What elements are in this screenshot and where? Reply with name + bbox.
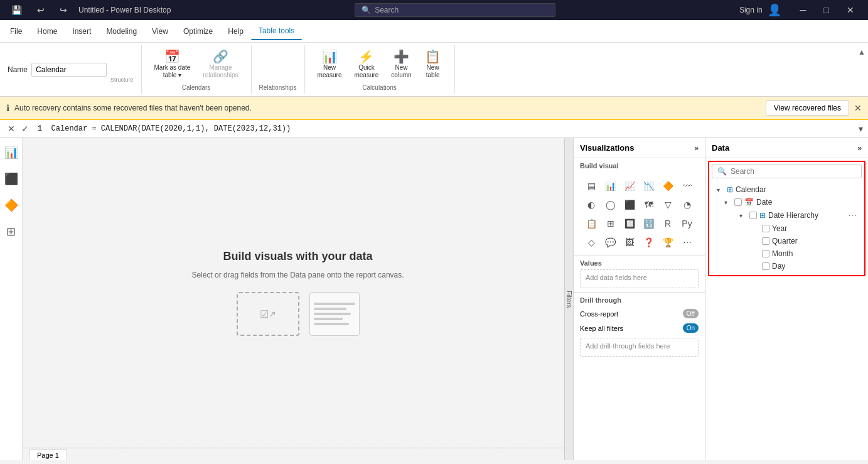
redo-button[interactable]: ↪ — [53, 3, 73, 18]
keep-filters-toggle: Keep all filters On — [580, 321, 699, 335]
title-search-box[interactable]: 🔍 Search — [355, 3, 555, 17]
filters-sidebar[interactable]: Filters — [564, 138, 573, 460]
viz-donut-icon[interactable]: ◯ — [602, 196, 619, 213]
date-checkbox[interactable] — [734, 198, 742, 206]
viz-kpi-icon[interactable]: 🔢 — [640, 215, 658, 232]
year-checkbox[interactable] — [762, 225, 769, 232]
new-measure-button[interactable]: 📊 Newmeasure — [313, 48, 347, 82]
manage-relationships-button[interactable]: 🔗 Managerelationships — [198, 48, 243, 82]
table-view-icon[interactable]: ⬛ — [2, 170, 21, 188]
data-search-box[interactable]: 🔍 — [712, 165, 862, 178]
ribbon-calendars-group: 📅 Mark as datetable ▾ 🔗 Managerelationsh… — [142, 45, 252, 94]
menu-optimize[interactable]: Optimize — [176, 23, 220, 40]
minimize-button[interactable]: ─ — [791, 3, 815, 18]
menu-home[interactable]: Home — [29, 23, 65, 40]
close-notification-button[interactable]: ✕ — [854, 103, 862, 113]
quarter-checkbox[interactable] — [762, 237, 769, 245]
year-label: Year — [772, 224, 787, 233]
menu-table-tools[interactable]: Table tools — [251, 23, 302, 40]
viz-r-icon[interactable]: R — [659, 215, 677, 232]
viz-funnel-icon[interactable]: ▽ — [659, 196, 677, 213]
date-label: Date — [756, 198, 772, 207]
undo-button[interactable]: ↩ — [31, 3, 51, 18]
date-chevron: ▾ — [724, 199, 732, 206]
viz-shape-icon[interactable]: ◇ — [582, 234, 600, 251]
viz-matrix-icon[interactable]: ⊞ — [602, 215, 619, 232]
close-button[interactable]: ✕ — [838, 3, 863, 18]
menu-view[interactable]: View — [144, 23, 176, 40]
viz-qa-icon[interactable]: ❓ — [640, 234, 658, 251]
viz-pie-icon[interactable]: ◐ — [582, 196, 600, 213]
quick-measure-label: Quickmeasure — [354, 64, 378, 79]
keep-filters-toggle-btn[interactable]: On — [683, 323, 699, 333]
viz-card-icon[interactable]: 📋 — [582, 215, 600, 232]
formula-input[interactable] — [35, 123, 855, 134]
canvas-bottom-bar: Page 1 — [23, 448, 573, 460]
new-column-button[interactable]: ➕ Newcolumn — [386, 48, 416, 82]
report-view-icon[interactable]: 📊 — [2, 143, 21, 162]
viz-expand-button[interactable]: » — [694, 144, 699, 153]
hierarchy-more-button[interactable]: ⋯ — [848, 210, 857, 220]
viz-icons-row1: ▤ 📊 📈 📉 🔶 〰 ◐ ◯ ⬛ 🗺 ▽ ◔ 📋 ⊞ 🔲 🔢 R Py ◇ � — [577, 175, 701, 254]
day-checkbox[interactable] — [762, 262, 769, 270]
menu-help[interactable]: Help — [220, 23, 251, 40]
viz-slicer-icon[interactable]: 🔲 — [621, 215, 638, 232]
ribbon-name-group: Name Structure — [0, 45, 142, 94]
viz-python-icon[interactable]: Py — [678, 215, 696, 232]
drill-title: Drill through — [580, 296, 699, 304]
viz-more-icon[interactable]: ⋯ — [678, 234, 696, 251]
menu-insert[interactable]: Insert — [65, 23, 99, 40]
calendars-group-label: Calendars — [182, 84, 211, 91]
viz-textbox-icon[interactable]: 💬 — [602, 234, 619, 251]
year-tree-item[interactable]: Year — [759, 222, 859, 235]
calendars-buttons: 📅 Mark as datetable ▾ 🔗 Managerelationsh… — [149, 48, 244, 82]
page-tab[interactable]: Page 1 — [29, 450, 67, 460]
values-drop-area[interactable]: Add data fields here — [580, 269, 699, 288]
data-panel: Data » 🔍 ▾ ⊞ Calendar ▾ — [705, 138, 868, 460]
formula-expand-button[interactable]: ▾ — [859, 124, 863, 134]
left-sidebar: 📊 ⬛ 🔶 ⊞ — [0, 138, 23, 460]
viz-decomp-icon[interactable]: 🏆 — [659, 234, 677, 251]
new-table-button[interactable]: 📋 Newtable — [419, 48, 447, 82]
viz-scatter-icon[interactable]: 🔶 — [659, 177, 677, 195]
save-button[interactable]: 💾 — [5, 3, 28, 18]
data-panel-expand[interactable]: » — [857, 144, 862, 153]
viz-gauge-icon[interactable]: ◔ — [678, 196, 696, 213]
viz-map-icon[interactable]: 🗺 — [640, 196, 658, 213]
ribbon-collapse[interactable]: ▲ — [855, 45, 868, 94]
menu-file[interactable]: File — [3, 23, 29, 40]
month-checkbox[interactable] — [762, 250, 769, 257]
quarter-tree-item[interactable]: Quarter — [759, 235, 859, 247]
formula-confirm-button[interactable]: ✓ — [19, 122, 31, 135]
hierarchy-tree-item[interactable]: ▾ ⊞ Date Hierarchy ⋯ — [737, 208, 859, 222]
viz-area-icon[interactable]: 📉 — [640, 177, 658, 195]
filters-label: Filters — [565, 291, 572, 308]
dag-view-icon[interactable]: ⊞ — [4, 222, 18, 241]
new-measure-icon: 📊 — [322, 50, 338, 63]
viz-table-icon[interactable]: ▤ — [582, 177, 600, 195]
viz-combo-icon[interactable]: 〰 — [678, 177, 696, 195]
hierarchy-group: ▾ ⊞ Date Hierarchy ⋯ Year — [722, 208, 859, 272]
viz-image-icon[interactable]: 🖼 — [621, 234, 638, 251]
name-input[interactable] — [31, 63, 107, 77]
viz-bar-icon[interactable]: 📊 — [602, 177, 619, 195]
hierarchy-checkbox[interactable] — [749, 212, 757, 219]
viz-treemap-icon[interactable]: ⬛ — [621, 196, 638, 213]
viz-line-icon[interactable]: 📈 — [621, 177, 638, 195]
data-search-input[interactable] — [731, 167, 856, 176]
menu-modeling[interactable]: Modeling — [99, 23, 144, 40]
formula-cancel-button[interactable]: ✕ — [5, 122, 18, 135]
user-icon[interactable]: 👤 — [768, 3, 781, 17]
drill-drop-area[interactable]: Add drill-through fields here — [580, 338, 699, 357]
view-recovered-files-button[interactable]: View recovered files — [766, 100, 849, 116]
mark-as-date-table-button[interactable]: 📅 Mark as datetable ▾ — [149, 48, 196, 82]
sign-in-label[interactable]: Sign in — [739, 6, 763, 14]
quick-measure-button[interactable]: ⚡ Quickmeasure — [349, 48, 383, 82]
calendar-tree-item[interactable]: ▾ ⊞ Calendar — [714, 183, 859, 196]
month-tree-item[interactable]: Month — [759, 247, 859, 260]
cross-report-toggle-btn[interactable]: Off — [683, 309, 699, 318]
day-tree-item[interactable]: Day — [759, 260, 859, 272]
model-view-icon[interactable]: 🔶 — [2, 196, 21, 215]
date-tree-item[interactable]: ▾ 📅 Date — [722, 196, 859, 208]
maximize-button[interactable]: □ — [815, 3, 838, 18]
